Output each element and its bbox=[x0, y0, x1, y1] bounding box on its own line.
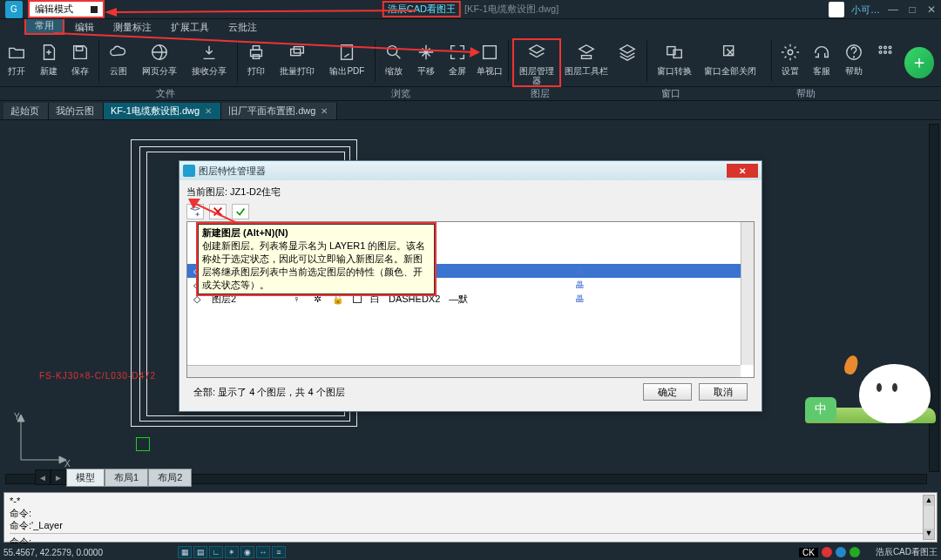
list-vscroll[interactable] bbox=[741, 222, 754, 365]
maximize-button[interactable]: □ bbox=[906, 3, 918, 16]
layer-toolbar-button[interactable]: 图层工具栏 bbox=[563, 38, 612, 76]
osnap-toggle[interactable]: ◉ bbox=[240, 546, 254, 558]
layer-extra-button[interactable] bbox=[613, 38, 642, 76]
ribbon: 打开 新建 保存 云图 网页分享 接收分享 打印 批量打印 输出PDF 缩放 平… bbox=[0, 35, 941, 87]
list-hscroll[interactable] bbox=[187, 365, 741, 377]
layer-manager-button[interactable]: 图层管理器 bbox=[512, 38, 561, 87]
menu-cloud-annot[interactable]: 云批注 bbox=[220, 20, 266, 35]
close-button[interactable]: ✕ bbox=[925, 3, 938, 16]
dialog-titlebar[interactable]: 图层特性管理器 ✕ bbox=[179, 161, 762, 180]
zoom-icon bbox=[382, 40, 406, 64]
svg-rect-6 bbox=[294, 47, 303, 53]
cloud-icon bbox=[106, 40, 131, 64]
dialog-toolbar bbox=[186, 202, 755, 221]
single-viewport-button[interactable]: 单视口 bbox=[474, 38, 504, 76]
help-button[interactable]: 帮助 bbox=[839, 38, 869, 76]
title-file: [KF-1电缆敷设图.dwg] bbox=[464, 3, 559, 16]
menu-measure[interactable]: 测量标注 bbox=[105, 20, 160, 35]
set-current-button[interactable] bbox=[232, 204, 249, 219]
tab-layout1[interactable]: 布局1 bbox=[105, 469, 148, 487]
status-coords: 55.4567, 42.2579, 0.0000 bbox=[3, 548, 134, 557]
menu-common[interactable]: 常用 bbox=[24, 18, 64, 35]
dialog-footer-text: 全部: 显示了 4 个图层，共 4 个图层 bbox=[193, 386, 345, 399]
grid-toggle[interactable]: ▤ bbox=[193, 546, 207, 558]
status-dot-red[interactable] bbox=[822, 547, 832, 557]
status-dot-green[interactable] bbox=[850, 547, 860, 557]
add-button[interactable]: ＋ bbox=[904, 47, 934, 78]
close-all-windows-button[interactable]: 窗口全部关闭 bbox=[701, 38, 759, 76]
command-window[interactable]: *-* 命令: 命令:'_Layer 命令: ▲▼ bbox=[3, 492, 938, 543]
file-tabs: 起始页 我的云图 KF-1电缆敷设图.dwg✕ 旧厂平面布置图.dwg✕ bbox=[0, 101, 941, 120]
minimize-button[interactable]: — bbox=[887, 3, 899, 16]
svg-point-19 bbox=[889, 46, 891, 49]
tab-start[interactable]: 起始页 bbox=[3, 103, 49, 119]
svg-point-16 bbox=[853, 57, 854, 57]
dialog-close-button[interactable]: ✕ bbox=[727, 164, 758, 178]
menu-edit[interactable]: 编辑 bbox=[66, 20, 103, 35]
settings-button[interactable]: 设置 bbox=[775, 38, 805, 76]
file-new-icon bbox=[37, 40, 61, 64]
avatar[interactable] bbox=[829, 2, 844, 17]
svg-point-22 bbox=[889, 51, 891, 54]
fullscreen-icon bbox=[445, 40, 470, 64]
batch-print-icon bbox=[285, 40, 309, 64]
mascot[interactable]: 中 bbox=[805, 354, 936, 423]
tab-layout2[interactable]: 布局2 bbox=[148, 469, 192, 487]
cs-button[interactable]: 客服 bbox=[807, 38, 836, 76]
layer-list[interactable]: 新建图层 (Alt+N)(N) 创建新图层。列表将显示名为 LAYER1 的图层… bbox=[186, 221, 755, 378]
webshare-button[interactable]: 网页分享 bbox=[135, 38, 184, 76]
mode-dropdown[interactable]: 编辑模式 bbox=[28, 0, 105, 18]
grid-icon bbox=[873, 40, 897, 64]
polar-toggle[interactable]: ✶ bbox=[225, 546, 239, 558]
fullscreen-button[interactable]: 全屏 bbox=[443, 38, 472, 76]
close-all-icon bbox=[718, 40, 742, 64]
svg-point-21 bbox=[884, 51, 887, 54]
cancel-button[interactable]: 取消 bbox=[699, 383, 748, 401]
svg-rect-0 bbox=[77, 47, 83, 51]
lwt-toggle[interactable]: ≡ bbox=[272, 546, 286, 558]
print-button[interactable]: 打印 bbox=[241, 38, 271, 76]
new-button[interactable]: 新建 bbox=[33, 38, 63, 76]
dialog-title: 图层特性管理器 bbox=[199, 165, 266, 178]
svg-rect-3 bbox=[253, 46, 259, 51]
save-button[interactable]: 保存 bbox=[65, 38, 95, 76]
window-switch-button[interactable]: 窗口转换 bbox=[651, 38, 700, 76]
recvshare-button[interactable]: 接收分享 bbox=[185, 38, 234, 76]
layers-stack-icon bbox=[615, 40, 640, 64]
cloud-button[interactable]: 云图 bbox=[103, 38, 132, 76]
snap-toggle[interactable]: ▦ bbox=[178, 546, 192, 558]
zoom-button[interactable]: 缩放 bbox=[379, 38, 409, 76]
tab-old[interactable]: 旧厂平面布置图.dwg✕ bbox=[221, 103, 337, 119]
tab-kf1[interactable]: KF-1电缆敷设图.dwg✕ bbox=[104, 103, 221, 119]
otrack-toggle[interactable]: ↔ bbox=[256, 546, 270, 558]
batchprint-button[interactable]: 批量打印 bbox=[273, 38, 322, 76]
open-button[interactable]: 打开 bbox=[2, 38, 31, 76]
menu-tools[interactable]: 扩展工具 bbox=[162, 20, 218, 35]
delete-layer-button[interactable] bbox=[209, 204, 227, 219]
menubar: 常用 编辑 测量标注 扩展工具 云批注 bbox=[0, 19, 941, 35]
username[interactable]: 小可… bbox=[851, 3, 880, 17]
cmd-history-line: 命令:'_Layer bbox=[10, 519, 931, 531]
window-switch-icon bbox=[662, 40, 687, 64]
new-layer-tooltip: 新建图层 (Alt+N)(N) 创建新图层。列表将显示名为 LAYER1 的图层… bbox=[198, 224, 435, 294]
ok-button[interactable]: 确定 bbox=[643, 383, 692, 401]
tab-next-button[interactable]: ► bbox=[51, 469, 66, 485]
cmd-history-line: *-* bbox=[10, 495, 931, 507]
close-icon[interactable]: ✕ bbox=[321, 106, 328, 116]
gear-icon bbox=[778, 40, 802, 64]
pan-button[interactable]: 平移 bbox=[411, 38, 441, 76]
ortho-toggle[interactable]: ∟ bbox=[209, 546, 223, 558]
tab-model[interactable]: 模型 bbox=[66, 469, 105, 487]
svg-point-8 bbox=[388, 46, 397, 56]
more-button[interactable] bbox=[870, 38, 900, 66]
new-layer-button[interactable] bbox=[186, 204, 204, 219]
exportpdf-button[interactable]: 输出PDF bbox=[323, 38, 372, 76]
close-icon[interactable]: ✕ bbox=[205, 106, 212, 116]
svg-rect-2 bbox=[251, 50, 262, 56]
globe-icon bbox=[147, 40, 172, 64]
tab-mycloud[interactable]: 我的云图 bbox=[49, 103, 104, 119]
tab-prev-button[interactable]: ◄ bbox=[35, 469, 51, 485]
status-dot-blue[interactable] bbox=[836, 547, 846, 557]
cmd-scrollbar[interactable]: ▲▼ bbox=[923, 495, 935, 540]
svg-point-18 bbox=[884, 46, 887, 49]
